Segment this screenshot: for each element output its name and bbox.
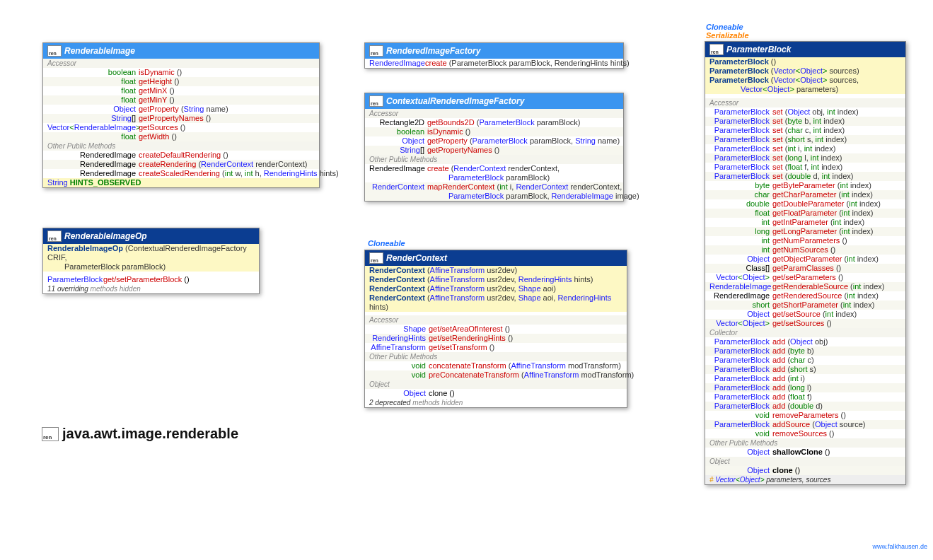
method-row: ParameterBlockadd (int i) bbox=[705, 374, 905, 383]
method-row: RenderedImagecreateScaledRendering (int … bbox=[43, 169, 319, 178]
section-accessor: Accessor bbox=[705, 98, 905, 107]
method-name: get/setParameterBlock bbox=[103, 275, 182, 284]
package-name: java.awt.image.renderable bbox=[62, 426, 238, 442]
footer-fields: # Vector<Object> parameters, sources bbox=[705, 475, 905, 484]
class-header: ren RenderableImageOp bbox=[43, 228, 259, 244]
method-row: Vector<Object>get/setSources () bbox=[705, 319, 905, 328]
ren-icon: ren bbox=[709, 44, 724, 55]
method-name: shallowClone bbox=[772, 448, 823, 456]
section-accessor: Accessor bbox=[365, 109, 623, 118]
method-row: ParameterBlockaddSource (Object source) bbox=[705, 420, 905, 429]
section-object: Object bbox=[365, 380, 627, 389]
footer-note: 11 overriding methods hidden bbox=[43, 284, 259, 293]
ren-icon: ren bbox=[47, 231, 62, 242]
method-row: ParameterBlockadd (short s) bbox=[705, 365, 905, 374]
method-row: shortgetShortParameter (int index) bbox=[705, 301, 905, 310]
method-row: RenderableImagegetRenderableSource (int … bbox=[705, 282, 905, 291]
method-row: voidremoveParameters () bbox=[705, 411, 905, 420]
section-object: Object bbox=[705, 457, 905, 466]
class-header: ren ParameterBlock bbox=[705, 42, 905, 57]
class-title: RenderableImage bbox=[64, 46, 135, 56]
section-accessor: Accessor bbox=[43, 59, 319, 68]
method-row: RenderedImage create (ParameterBlock par… bbox=[365, 59, 623, 68]
method-row: intgetNumSources () bbox=[705, 245, 905, 255]
class-title: RenderableImageOp bbox=[64, 231, 147, 241]
method-row: Rectangle2DgetBounds2D (ParameterBlock p… bbox=[365, 118, 623, 127]
interface-serializable-label: Serializable bbox=[706, 32, 749, 40]
method-row: floatgetFloatParameter (int index) bbox=[705, 209, 905, 218]
constructor-row: ParameterBlock () bbox=[705, 57, 905, 66]
method-params: () bbox=[795, 466, 800, 474]
method-row: ObjectgetProperty (ParameterBlock paramB… bbox=[365, 136, 623, 146]
class-title: RenderedImageFactory bbox=[386, 46, 480, 56]
method-row: floatgetWidth () bbox=[43, 132, 319, 141]
constructor-row: RenderableImageOp (ContextualRenderedIma… bbox=[43, 244, 259, 262]
method-row: ParameterBlockset (char c, int index) bbox=[705, 126, 905, 135]
class-header: ren ContextualRenderedImageFactory bbox=[365, 93, 623, 109]
constructor-row: ParameterBlock (Vector<Object> sources, bbox=[705, 76, 905, 85]
method-name: create bbox=[425, 59, 447, 67]
ctor-name: RenderableImageOp bbox=[47, 244, 123, 252]
method-row: floatgetHeight () bbox=[43, 77, 319, 86]
ren-icon: ren bbox=[369, 252, 383, 264]
method-row-cont: ParameterBlock paramBlock, RenderableIma… bbox=[365, 192, 623, 201]
interface-cloneable-label: Cloneable bbox=[706, 23, 743, 31]
constructor-row: ParameterBlock (Vector<Object> sources) bbox=[705, 66, 905, 76]
ren-icon: ren bbox=[369, 45, 383, 57]
return-type: Object bbox=[369, 389, 429, 398]
ren-icon: ren bbox=[42, 427, 59, 441]
method-row-cont: ParameterBlock paramBlock) bbox=[365, 173, 623, 182]
method-row: RenderingHintsget/setRenderingHints () bbox=[365, 334, 627, 343]
constant-name: HINTS_OBSERVED bbox=[70, 178, 141, 187]
class-header: ren RenderableImage bbox=[43, 43, 319, 59]
constant-row: String HINTS_OBSERVED bbox=[43, 178, 319, 187]
constructor-row-cont: ParameterBlock paramBlock) bbox=[43, 262, 259, 272]
method-row: ObjectgetObjectParameter (int index) bbox=[705, 255, 905, 264]
ctor-params2: ParameterBlock paramBlock) bbox=[64, 262, 166, 271]
section-other: Other Public Methods bbox=[43, 141, 319, 151]
class-render-context: ren RenderContext RenderContext (AffineT… bbox=[364, 250, 627, 408]
method-name: clone bbox=[429, 389, 447, 397]
section-other: Other Public Methods bbox=[365, 352, 627, 361]
method-row: RenderedImagegetRenderedSource (int inde… bbox=[705, 291, 905, 301]
method-row: Object clone () bbox=[705, 466, 905, 475]
method-row: longgetLongParameter (int index) bbox=[705, 227, 905, 236]
method-row: ParameterBlockset (Object obj, int index… bbox=[705, 107, 905, 117]
class-title: ContextualRenderedImageFactory bbox=[386, 96, 524, 106]
method-row: Object clone () bbox=[365, 389, 627, 398]
method-row: ParameterBlock get/setParameterBlock () bbox=[43, 275, 259, 284]
class-parameter-block: ren ParameterBlock ParameterBlock ()Para… bbox=[705, 41, 906, 485]
return-type: RenderedImage bbox=[369, 59, 425, 68]
method-params: (ParameterBlock paramBlock, RenderingHin… bbox=[449, 59, 630, 67]
class-contextual-factory: ren ContextualRenderedImageFactory Acces… bbox=[364, 93, 624, 202]
method-row: ParameterBlockadd (float f) bbox=[705, 392, 905, 402]
class-title: ParameterBlock bbox=[726, 45, 791, 54]
method-params: () bbox=[184, 275, 189, 284]
class-header: ren RenderContext bbox=[365, 250, 627, 266]
return-type: Object bbox=[709, 448, 772, 457]
method-row: doublegetDoubleParameter (int index) bbox=[705, 199, 905, 209]
method-row: floatgetMinY () bbox=[43, 95, 319, 105]
method-row: bytegetByteParameter (int index) bbox=[705, 181, 905, 190]
method-row: booleanisDynamic () bbox=[365, 127, 623, 136]
class-rendered-image-factory: ren RenderedImageFactory RenderedImage c… bbox=[364, 42, 624, 69]
method-row: ParameterBlockset (short s, int index) bbox=[705, 135, 905, 144]
method-row: Vector<RenderableImage>getSources () bbox=[43, 123, 319, 132]
method-row: Class[]getParamClasses () bbox=[705, 264, 905, 273]
method-row: ParameterBlockset (double d, int index) bbox=[705, 172, 905, 181]
method-row: ParameterBlockadd (double d) bbox=[705, 402, 905, 411]
method-row: ParameterBlockadd (byte b) bbox=[705, 346, 905, 356]
method-row: voidconcatenateTransform (AffineTransfor… bbox=[365, 361, 627, 371]
method-row: ParameterBlockset (long l, int index) bbox=[705, 153, 905, 163]
package-title: ren java.awt.image.renderable bbox=[42, 426, 238, 442]
method-row: AffineTransformget/setTransform () bbox=[365, 343, 627, 352]
method-params: () bbox=[449, 389, 454, 397]
return-type: ParameterBlock bbox=[47, 275, 103, 284]
method-row: chargetCharParameter (int index) bbox=[705, 190, 905, 199]
method-row: RenderedImagecreateRendering (RenderCont… bbox=[43, 160, 319, 169]
method-row: Vector<Object>get/setParameters () bbox=[705, 273, 905, 282]
method-row: String[]getPropertyNames () bbox=[43, 114, 319, 123]
credit-link[interactable]: www.falkhausen.de bbox=[872, 543, 927, 550]
constructor-row: RenderContext (AffineTransform usr2dev) bbox=[365, 266, 627, 275]
method-params: () bbox=[825, 448, 830, 456]
